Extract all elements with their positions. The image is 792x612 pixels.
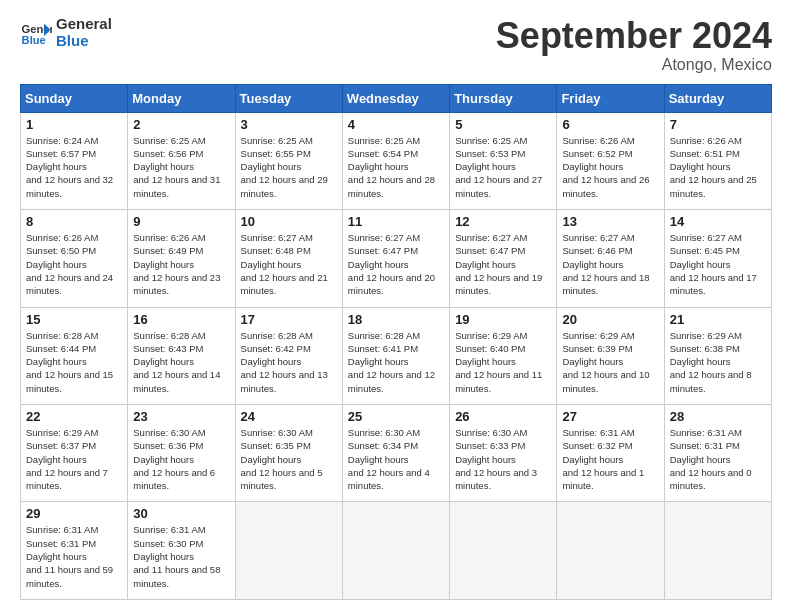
calendar-cell: 8 Sunrise: 6:26 AMSunset: 6:50 PMDayligh… [21, 210, 128, 307]
calendar-cell: 6 Sunrise: 6:26 AMSunset: 6:52 PMDayligh… [557, 112, 664, 209]
calendar-week-1: 1 Sunrise: 6:24 AMSunset: 6:57 PMDayligh… [21, 112, 772, 209]
cell-content: Sunrise: 6:28 AMSunset: 6:43 PMDaylight … [133, 330, 220, 394]
calendar-cell: 23 Sunrise: 6:30 AMSunset: 6:36 PMDaylig… [128, 405, 235, 502]
day-number: 9 [133, 214, 229, 229]
calendar-cell [235, 502, 342, 600]
title-block: September 2024 Atongo, Mexico [496, 16, 772, 74]
day-number: 2 [133, 117, 229, 132]
cell-content: Sunrise: 6:25 AMSunset: 6:54 PMDaylight … [348, 135, 435, 199]
calendar-cell: 28 Sunrise: 6:31 AMSunset: 6:31 PMDaylig… [664, 405, 771, 502]
day-number: 24 [241, 409, 337, 424]
day-number: 17 [241, 312, 337, 327]
cell-content: Sunrise: 6:27 AMSunset: 6:47 PMDaylight … [455, 232, 542, 296]
day-number: 16 [133, 312, 229, 327]
day-number: 3 [241, 117, 337, 132]
logo-icon: General Blue [20, 17, 52, 49]
cell-content: Sunrise: 6:24 AMSunset: 6:57 PMDaylight … [26, 135, 113, 199]
cell-content: Sunrise: 6:25 AMSunset: 6:55 PMDaylight … [241, 135, 328, 199]
cell-content: Sunrise: 6:25 AMSunset: 6:56 PMDaylight … [133, 135, 220, 199]
cell-content: Sunrise: 6:30 AMSunset: 6:35 PMDaylight … [241, 427, 323, 491]
cell-content: Sunrise: 6:31 AMSunset: 6:32 PMDaylight … [562, 427, 644, 491]
day-number: 29 [26, 506, 122, 521]
day-number: 20 [562, 312, 658, 327]
cell-content: Sunrise: 6:29 AMSunset: 6:37 PMDaylight … [26, 427, 108, 491]
logo: General Blue General Blue [20, 16, 112, 49]
calendar-cell: 15 Sunrise: 6:28 AMSunset: 6:44 PMDaylig… [21, 307, 128, 404]
cell-content: Sunrise: 6:31 AMSunset: 6:30 PMDaylight … [133, 524, 220, 588]
cell-content: Sunrise: 6:28 AMSunset: 6:42 PMDaylight … [241, 330, 328, 394]
calendar-cell: 1 Sunrise: 6:24 AMSunset: 6:57 PMDayligh… [21, 112, 128, 209]
cell-content: Sunrise: 6:28 AMSunset: 6:41 PMDaylight … [348, 330, 435, 394]
calendar-week-3: 15 Sunrise: 6:28 AMSunset: 6:44 PMDaylig… [21, 307, 772, 404]
day-number: 5 [455, 117, 551, 132]
day-number: 28 [670, 409, 766, 424]
cell-content: Sunrise: 6:30 AMSunset: 6:34 PMDaylight … [348, 427, 430, 491]
cell-content: Sunrise: 6:29 AMSunset: 6:40 PMDaylight … [455, 330, 542, 394]
cell-content: Sunrise: 6:30 AMSunset: 6:36 PMDaylight … [133, 427, 215, 491]
cell-content: Sunrise: 6:26 AMSunset: 6:52 PMDaylight … [562, 135, 649, 199]
day-number: 12 [455, 214, 551, 229]
calendar-cell: 14 Sunrise: 6:27 AMSunset: 6:45 PMDaylig… [664, 210, 771, 307]
day-number: 6 [562, 117, 658, 132]
calendar-cell: 5 Sunrise: 6:25 AMSunset: 6:53 PMDayligh… [450, 112, 557, 209]
day-number: 10 [241, 214, 337, 229]
page: General Blue General Blue September 2024… [0, 0, 792, 612]
cell-content: Sunrise: 6:28 AMSunset: 6:44 PMDaylight … [26, 330, 113, 394]
cell-content: Sunrise: 6:29 AMSunset: 6:39 PMDaylight … [562, 330, 649, 394]
calendar-cell: 19 Sunrise: 6:29 AMSunset: 6:40 PMDaylig… [450, 307, 557, 404]
calendar-week-2: 8 Sunrise: 6:26 AMSunset: 6:50 PMDayligh… [21, 210, 772, 307]
calendar-cell: 30 Sunrise: 6:31 AMSunset: 6:30 PMDaylig… [128, 502, 235, 600]
day-number: 18 [348, 312, 444, 327]
calendar-cell [557, 502, 664, 600]
calendar-cell: 27 Sunrise: 6:31 AMSunset: 6:32 PMDaylig… [557, 405, 664, 502]
day-header-monday: Monday [128, 84, 235, 112]
calendar-cell: 25 Sunrise: 6:30 AMSunset: 6:34 PMDaylig… [342, 405, 449, 502]
day-number: 11 [348, 214, 444, 229]
day-number: 4 [348, 117, 444, 132]
cell-content: Sunrise: 6:27 AMSunset: 6:45 PMDaylight … [670, 232, 757, 296]
day-number: 27 [562, 409, 658, 424]
cell-content: Sunrise: 6:25 AMSunset: 6:53 PMDaylight … [455, 135, 542, 199]
calendar-cell: 24 Sunrise: 6:30 AMSunset: 6:35 PMDaylig… [235, 405, 342, 502]
day-header-friday: Friday [557, 84, 664, 112]
calendar-cell: 4 Sunrise: 6:25 AMSunset: 6:54 PMDayligh… [342, 112, 449, 209]
header: General Blue General Blue September 2024… [20, 16, 772, 74]
calendar-cell: 13 Sunrise: 6:27 AMSunset: 6:46 PMDaylig… [557, 210, 664, 307]
day-number: 7 [670, 117, 766, 132]
day-header-wednesday: Wednesday [342, 84, 449, 112]
day-number: 14 [670, 214, 766, 229]
cell-content: Sunrise: 6:30 AMSunset: 6:33 PMDaylight … [455, 427, 537, 491]
month-title: September 2024 [496, 16, 772, 56]
day-number: 23 [133, 409, 229, 424]
calendar-cell: 12 Sunrise: 6:27 AMSunset: 6:47 PMDaylig… [450, 210, 557, 307]
cell-content: Sunrise: 6:29 AMSunset: 6:38 PMDaylight … [670, 330, 752, 394]
calendar-cell: 21 Sunrise: 6:29 AMSunset: 6:38 PMDaylig… [664, 307, 771, 404]
cell-content: Sunrise: 6:27 AMSunset: 6:47 PMDaylight … [348, 232, 435, 296]
day-number: 26 [455, 409, 551, 424]
calendar-cell: 29 Sunrise: 6:31 AMSunset: 6:31 PMDaylig… [21, 502, 128, 600]
calendar-cell [342, 502, 449, 600]
calendar-table: SundayMondayTuesdayWednesdayThursdayFrid… [20, 84, 772, 600]
day-number: 19 [455, 312, 551, 327]
calendar-cell: 3 Sunrise: 6:25 AMSunset: 6:55 PMDayligh… [235, 112, 342, 209]
cell-content: Sunrise: 6:31 AMSunset: 6:31 PMDaylight … [670, 427, 752, 491]
day-number: 25 [348, 409, 444, 424]
logo-blue-text: Blue [56, 33, 112, 50]
calendar-cell: 9 Sunrise: 6:26 AMSunset: 6:49 PMDayligh… [128, 210, 235, 307]
cell-content: Sunrise: 6:31 AMSunset: 6:31 PMDaylight … [26, 524, 113, 588]
calendar-cell: 16 Sunrise: 6:28 AMSunset: 6:43 PMDaylig… [128, 307, 235, 404]
logo-general-text: General [56, 16, 112, 33]
day-number: 15 [26, 312, 122, 327]
day-number: 8 [26, 214, 122, 229]
day-number: 30 [133, 506, 229, 521]
cell-content: Sunrise: 6:27 AMSunset: 6:46 PMDaylight … [562, 232, 649, 296]
calendar-header-row: SundayMondayTuesdayWednesdayThursdayFrid… [21, 84, 772, 112]
cell-content: Sunrise: 6:26 AMSunset: 6:51 PMDaylight … [670, 135, 757, 199]
calendar-cell: 10 Sunrise: 6:27 AMSunset: 6:48 PMDaylig… [235, 210, 342, 307]
calendar-cell: 7 Sunrise: 6:26 AMSunset: 6:51 PMDayligh… [664, 112, 771, 209]
calendar-week-5: 29 Sunrise: 6:31 AMSunset: 6:31 PMDaylig… [21, 502, 772, 600]
calendar-cell: 26 Sunrise: 6:30 AMSunset: 6:33 PMDaylig… [450, 405, 557, 502]
day-number: 22 [26, 409, 122, 424]
svg-text:Blue: Blue [22, 34, 46, 46]
calendar-cell [664, 502, 771, 600]
